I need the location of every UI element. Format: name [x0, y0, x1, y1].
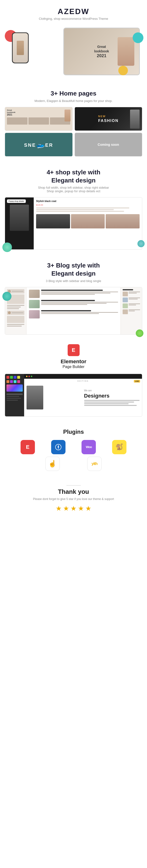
star-2: ★: [63, 504, 69, 513]
blog-right-line-7: [129, 309, 140, 310]
el-desc-line-3: [84, 403, 129, 404]
sneaker-label: SNE👟ER: [24, 141, 53, 148]
blog-mockup-area: [0, 285, 147, 339]
deco-teal-blog-circle: [2, 292, 11, 301]
mailchimp-emoji: 🐒: [116, 443, 123, 451]
el-big-text: Designers: [84, 393, 140, 399]
popup-badge: Popup shop details: [7, 199, 26, 203]
el-swatch-pink: [17, 380, 20, 383]
blog-desc-line-1: [41, 291, 118, 292]
blog-sidebar-line: [12, 291, 23, 292]
elementor-title: Elementor: [5, 359, 142, 365]
hero-phone-mockup: [12, 32, 29, 63]
logo: AZEDW: [5, 7, 142, 16]
sneaker-shoe-icon: 👟: [35, 140, 46, 150]
blog-right-item-3: [123, 304, 140, 308]
plugin-item-gesture: ☝️: [33, 457, 72, 471]
el-dot-green: [31, 376, 32, 377]
blog-right-item-1: [123, 291, 140, 296]
el-edit-label: EDITING: [77, 380, 89, 382]
blog-right-line-3: [129, 298, 140, 298]
el-sidebar: [5, 374, 24, 416]
el-swatch-blue: [14, 376, 17, 379]
shop-main-mockup: Popup shop details Stylish black coat $1…: [5, 197, 142, 250]
shop-desc: Shop full width, shop left sidebar, shop…: [5, 186, 142, 193]
el-dot-red: [28, 376, 30, 377]
coming-soon-label: Coming soon: [98, 143, 119, 147]
plugins-grid-row2: ☝️ yith: [5, 457, 142, 476]
plugins-title: Plugins: [5, 429, 142, 435]
elementor-mockup: EDITING LIVE We are Designers: [5, 374, 142, 416]
plugin-mailchimp-icon: 🐒: [112, 440, 126, 454]
blog-post-item-2: [29, 300, 118, 308]
plugin-woo-icon: Woo: [81, 440, 96, 454]
home-pages-heading: 3+ Home pages: [5, 90, 142, 98]
el-color-row-2: [6, 380, 23, 383]
screen-title: Great lookbook: [94, 44, 109, 53]
shop-mockup-area: Popup shop details Stylish black coat $1…: [0, 195, 147, 254]
el-person-area: [27, 381, 82, 414]
plugin-gesture-icon: ☝️: [45, 457, 60, 471]
mini-img-1: [7, 118, 27, 125]
star-4: ★: [78, 504, 84, 513]
home-pages-desc: Modern, Elagqen & Beautifull home pages …: [5, 99, 142, 103]
phone-screen: [13, 33, 28, 63]
el-we-are-text: We are: [84, 389, 140, 392]
stars-row: ★ ★ ★ ★ ★: [5, 504, 142, 513]
elementor-icon: E: [68, 344, 80, 356]
plugin-item-compass: [45, 440, 72, 454]
home-card-4: Coming soon: [75, 133, 143, 156]
deco-teal-shop-circle: [138, 240, 145, 247]
elementor-mockup-area: EDITING LIVE We are Designers: [0, 371, 147, 424]
shop-mini-item-1: [36, 214, 70, 228]
el-live-badge: LIVE: [134, 380, 140, 382]
el-desc-lines: [84, 400, 140, 406]
star-1: ★: [56, 504, 62, 513]
blog-right-line-8: [129, 311, 135, 311]
el-text-area: We are Designers: [84, 381, 140, 414]
blog-post-title-line-2: [41, 300, 95, 301]
blog-desc-line-6: [41, 304, 87, 305]
el-swatch-yellow: [17, 376, 20, 379]
el-desc-line-4: [84, 405, 137, 406]
hero-mockup: Great lookbook 2021: [0, 25, 147, 80]
plugin-item-yith: yith: [76, 457, 114, 471]
thankyou-title: Thank you: [5, 488, 142, 495]
el-swatch-purple: [10, 380, 13, 383]
blog-thumb-fig-3: [29, 310, 40, 318]
blog-heading: 3+ Blog style with Elegant design: [5, 261, 142, 278]
blog-right-lines-1: [129, 291, 140, 296]
blog-desc-line-2: [41, 293, 111, 293]
shop-product-figure: [10, 205, 29, 231]
blog-post-title-line-3: [41, 310, 91, 311]
phone-figure: [17, 41, 24, 55]
el-gradient-bar: [6, 384, 23, 392]
plugin-yith-icon: yith: [87, 457, 102, 471]
home-pages-section-title: 3+ Home pages Modern, Elagqen & Beautifu…: [0, 83, 147, 104]
blog-desc-line-8: [41, 313, 99, 314]
plugins-section: Plugins E Woo: [0, 424, 147, 478]
el-swatch-green: [10, 376, 13, 379]
blog-desc-line-3: [41, 294, 95, 294]
plugin-compass-icon: [51, 440, 66, 454]
shop-product-title: Stylish black coat: [36, 200, 140, 203]
blog-main-mockup: [5, 287, 142, 335]
elementor-e-letter: E: [72, 347, 75, 353]
blog-right-thumb-2: [123, 298, 128, 302]
woo-text: Woo: [86, 445, 92, 449]
blog-sidebar-line-2: [12, 312, 23, 313]
blog-right-item-4: [123, 309, 140, 314]
thankyou-desc: Please dont forget to give 5 star if you…: [5, 497, 142, 501]
blog-post-thumb-3: [29, 310, 40, 318]
blog-right-line-2: [129, 293, 137, 293]
blog-right-item-2: [123, 298, 140, 302]
blog-post-text-3: [41, 310, 118, 314]
plugin-item-woo: Woo: [76, 440, 102, 454]
home-card-1: Great lookbook 2021: [5, 107, 73, 131]
el-main: EDITING LIVE We are Designers: [24, 374, 142, 416]
home1-figure: [65, 110, 71, 122]
blog-right-line-5: [129, 304, 140, 304]
home-pages-grid: Great lookbook 2021 NEW FASHION SNE👟ER C…: [0, 104, 147, 161]
blog-post-item-3: [29, 310, 118, 318]
star-5: ★: [85, 504, 91, 513]
